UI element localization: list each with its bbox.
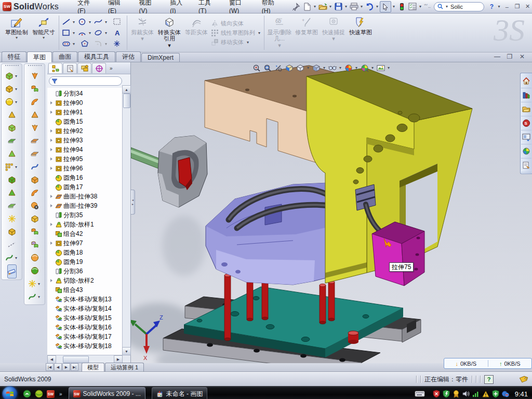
tree-item[interactable]: 实体-移动/复制14 xyxy=(47,304,130,313)
search-scope-dropdown[interactable]: ▾ xyxy=(445,4,449,9)
view-orientation-dropdown[interactable]: ▾ xyxy=(306,65,310,70)
ribbon-tab-0[interactable]: 特征 xyxy=(2,51,26,62)
tree-item[interactable]: 实体-移动/复制17 xyxy=(47,332,130,341)
first-tab-button[interactable]: |◀ xyxy=(46,363,54,371)
features-tool-8[interactable] xyxy=(8,174,16,187)
tree-item[interactable]: 圆角15 xyxy=(47,117,130,126)
start-button[interactable] xyxy=(2,386,18,399)
search-input[interactable]: ▾ Solic xyxy=(434,2,484,11)
taskpane-home-tab[interactable] xyxy=(521,74,531,88)
trim-entities-button[interactable]: 剪裁实体▾ xyxy=(129,14,156,52)
dimxpertmanager-tab[interactable] xyxy=(92,63,106,73)
display-style-dropdown[interactable]: ▾ xyxy=(322,65,326,70)
hide-show-items-dropdown[interactable]: ▾ xyxy=(338,65,342,70)
ribbon-tab-2[interactable]: 曲面 xyxy=(52,51,77,62)
sketch-polygon-button[interactable] xyxy=(77,38,93,49)
features-tool-14[interactable]: ▾ xyxy=(5,251,18,264)
surfaces-tool-13[interactable] xyxy=(31,238,39,251)
minimize-button[interactable]: – xyxy=(502,3,511,10)
pin-button[interactable] xyxy=(291,2,301,12)
help-button[interactable]: ? xyxy=(486,2,497,12)
vscroll-thumb[interactable] xyxy=(123,94,130,108)
hscroll-thumb[interactable] xyxy=(63,356,89,363)
configurationmanager-tab[interactable] xyxy=(77,63,91,73)
close-button[interactable]: ✕ xyxy=(523,3,532,10)
hide-show-items-button[interactable] xyxy=(327,63,337,73)
tray-badge-icon[interactable] xyxy=(452,390,460,398)
view-settings-dropdown[interactable]: ▾ xyxy=(387,65,391,70)
tree-item[interactable]: 曲面-拉伸39 xyxy=(47,201,130,210)
tree-item[interactable]: 实体-移动/复制15 xyxy=(47,313,130,323)
convert-entities-button[interactable]: 转换实体引用▾ xyxy=(156,14,183,52)
part-slide-block[interactable] xyxy=(372,222,424,286)
tray-network-signal-icon[interactable] xyxy=(472,390,480,398)
sketch-spline-button[interactable]: ▾ xyxy=(93,17,109,28)
save-button[interactable] xyxy=(333,2,343,12)
scroll-left-button[interactable]: ◀ xyxy=(47,355,56,364)
tree-item[interactable]: 拉伸91 xyxy=(47,108,130,117)
features-tool-1[interactable]: ▾ xyxy=(5,83,18,96)
undo-dropdown[interactable]: ▾ xyxy=(375,4,379,9)
surfaces-tool-6[interactable] xyxy=(31,148,39,161)
tree-item[interactable]: 拉伸93 xyxy=(47,136,130,145)
tree-item[interactable]: 曲面-拉伸38 xyxy=(47,192,130,201)
tree-item[interactable]: 分割34 xyxy=(47,89,130,98)
propertymanager-tab[interactable] xyxy=(63,63,77,73)
graphics-viewport[interactable]: Y Z X ▾▾▾▾▾▾ 拉伸75 ◂▸ S xyxy=(131,62,532,363)
quick-tips-icon[interactable]: ? xyxy=(484,375,494,384)
tray-antivirus-shield-red-icon[interactable] xyxy=(432,390,441,398)
tree-item[interactable]: 组合43 xyxy=(47,285,130,295)
surfaces-tool-9[interactable] xyxy=(31,187,39,200)
surfaces-tool-3[interactable] xyxy=(31,109,39,122)
options-button[interactable] xyxy=(407,2,418,12)
surfaces-tool-10[interactable] xyxy=(31,200,39,212)
surfaces-tool-2[interactable] xyxy=(31,96,39,109)
print-dropdown[interactable]: ▾ xyxy=(360,4,364,9)
taskbar-button-0[interactable]: SWSolidWorks 2009 - ... xyxy=(69,387,145,399)
ribbon-tab-5[interactable]: DimXpert xyxy=(141,53,180,62)
tree-item[interactable]: 圆角18 xyxy=(47,248,130,257)
features-tool-4[interactable] xyxy=(8,122,16,135)
help-dropdown[interactable]: ▾ xyxy=(497,4,501,9)
surfaces-tool-14[interactable] xyxy=(31,251,39,264)
surfaces-tool-5[interactable] xyxy=(31,135,39,148)
taskbar-button-1[interactable]: 未命名 - 画图 xyxy=(152,387,208,399)
tray-wireless-warning-icon[interactable] xyxy=(482,390,490,398)
sketch-box-select-button[interactable] xyxy=(109,17,125,28)
features-tool-13[interactable] xyxy=(8,238,16,251)
display-delete-relations-button[interactable]: 6b 显示/删除几...▾ xyxy=(266,14,293,52)
model-tab-1[interactable]: 运动算例 1 xyxy=(105,363,144,371)
surfaces-tool-16[interactable]: ▾ xyxy=(28,277,41,290)
sketch-circle-button[interactable]: ▾ xyxy=(77,17,93,28)
tree-item[interactable]: 拉伸90 xyxy=(47,98,130,108)
zoom-fit-button[interactable] xyxy=(251,63,261,73)
features-tool-5[interactable] xyxy=(8,135,16,148)
taskpane-appearances-tab[interactable] xyxy=(521,144,531,158)
ribbon-tab-1[interactable]: 草图 xyxy=(27,51,52,62)
surfaces-tool-11[interactable] xyxy=(31,212,39,225)
repair-sketch-button[interactable]: + 修复草图 xyxy=(293,14,320,52)
taskpane-design-library-tab[interactable] xyxy=(521,88,531,102)
sketch-rectangle-button[interactable]: ▾ xyxy=(61,28,77,38)
features-tool-12[interactable] xyxy=(8,225,16,238)
tree-item[interactable]: 圆角19 xyxy=(47,257,130,267)
surfaces-tool-12[interactable] xyxy=(31,225,39,238)
previous-view-button[interactable] xyxy=(273,63,283,73)
mirror-entities-button[interactable]: 镜向实体 xyxy=(211,20,261,28)
tree-item[interactable]: 拉伸97 xyxy=(47,238,130,248)
zoom-area-button[interactable] xyxy=(262,63,272,73)
tree-item[interactable]: 拉伸95 xyxy=(47,154,130,164)
tag-icon[interactable] xyxy=(518,375,528,383)
print-button[interactable] xyxy=(349,2,359,12)
move-entities-button[interactable]: 移动实体▾ xyxy=(211,38,261,46)
panel-overflow-chevron[interactable]: » xyxy=(110,65,113,71)
display-style-button[interactable] xyxy=(311,63,321,73)
tree-item[interactable]: 拉伸94 xyxy=(47,145,130,154)
select-dropdown[interactable]: ▾ xyxy=(392,4,396,9)
tree-item[interactable]: 实体-移动/复制18 xyxy=(47,341,130,351)
tree-item[interactable]: 切除-放样2 xyxy=(47,276,130,285)
tree-item[interactable]: 圆角16 xyxy=(47,173,130,182)
new-document-dropdown[interactable]: ▾ xyxy=(313,4,317,9)
open-dropdown[interactable]: ▾ xyxy=(328,4,332,9)
last-tab-button[interactable]: ▶| xyxy=(71,363,78,371)
